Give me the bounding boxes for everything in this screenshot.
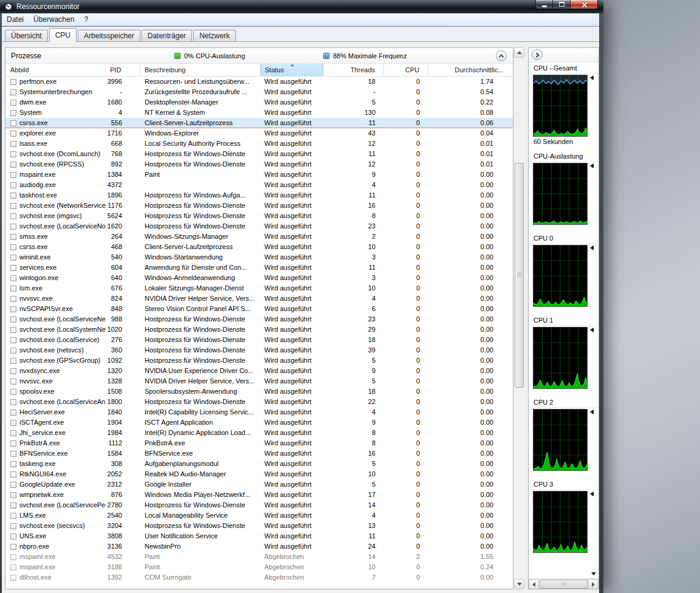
process-row-nvxdsync-exe-1320[interactable]: nvxdsync.exe1320NVIDIA User Experience D…: [5, 366, 513, 376]
scrollbar-thumb[interactable]: [515, 163, 524, 388]
collapse-processes-button[interactable]: [496, 50, 507, 61]
process-checkbox[interactable]: [10, 533, 16, 540]
process-row-taskeng-exe-308[interactable]: taskeng.exe308AufgabenplanungsmodulWird …: [5, 459, 513, 469]
process-checkbox[interactable]: [10, 430, 16, 436]
process-checkbox[interactable]: [10, 358, 16, 364]
process-checkbox[interactable]: [10, 79, 16, 85]
process-row-nvvsvc-exe-1328[interactable]: nvvsvc.exe1328NVIDIA Driver Helper Servi…: [5, 376, 513, 386]
process-row-svchost-exe-localservicepee-2780[interactable]: svchost.exe (LocalServicePee...2780Hostp…: [5, 500, 513, 510]
process-checkbox[interactable]: [10, 120, 16, 126]
process-row-system-4[interactable]: System4NT Kernel & SystemWird ausgeführt…: [5, 108, 513, 118]
process-checkbox[interactable]: [10, 451, 16, 457]
menu-item-help[interactable]: ?: [79, 13, 93, 26]
process-checkbox[interactable]: [10, 275, 16, 281]
process-row-wmpnetwk-exe-876[interactable]: wmpnetwk.exe876Windows Media Player-Netz…: [5, 490, 513, 500]
process-row-perfmon-exe-3996[interactable]: perfmon.exe3996Ressourcen- und Leistungs…: [5, 77, 513, 87]
menu-item-datei[interactable]: Datei: [2, 13, 29, 26]
process-checkbox[interactable]: [10, 317, 16, 323]
process-row-svchost-exe-localservicenet-988[interactable]: svchost.exe (LocalServiceNet...988Hostpr…: [5, 314, 513, 324]
process-checkbox[interactable]: [10, 286, 16, 292]
process-checkbox[interactable]: [10, 296, 16, 302]
process-checkbox[interactable]: [10, 440, 16, 447]
process-checkbox[interactable]: [10, 482, 16, 488]
process-row-nvvsvc-exe-824[interactable]: nvvsvc.exe824NVIDIA Driver Helper Servic…: [5, 293, 513, 304]
scroll-down-button[interactable]: [514, 579, 524, 589]
process-row-svchost-exe-imgsvc-5624[interactable]: svchost.exe (imgsvc)5624Hostprozess für …: [5, 211, 513, 221]
scroll-left-button[interactable]: [529, 579, 539, 589]
process-checkbox[interactable]: [10, 162, 16, 168]
process-checkbox[interactable]: [10, 544, 16, 550]
process-checkbox[interactable]: [10, 151, 16, 157]
process-row-dllhost-exe-1392[interactable]: dllhost.exe1392COM SurrogateAbgebrochen7…: [5, 572, 513, 583]
process-row-svchost-exe-rpcss-892[interactable]: svchost.exe (RPCSS)892Hostprozess für Wi…: [5, 159, 513, 170]
minimize-button[interactable]: [535, 0, 553, 9]
process-row-spoolsv-exe-1508[interactable]: spoolsv.exe1508Spoolersubsystem-Anwendun…: [5, 386, 513, 397]
process-checkbox[interactable]: [10, 379, 16, 385]
process-row-svchost-exe-localsystemnet-1020[interactable]: svchost.exe (LocalSystemNet...1020Hostpr…: [5, 324, 513, 335]
process-checkbox[interactable]: [10, 131, 16, 137]
process-checkbox[interactable]: [10, 141, 16, 147]
process-checkbox[interactable]: [10, 182, 16, 188]
process-checkbox[interactable]: [10, 203, 16, 209]
process-row-svchost-exe-netsvcs-360[interactable]: svchost.exe (netsvcs)360Hostprozess für …: [5, 345, 513, 355]
process-checkbox[interactable]: [10, 389, 16, 395]
horizontal-scrollbar-thumb[interactable]: [540, 580, 588, 589]
process-row-svchost-exe-dcomlaunch-768[interactable]: svchost.exe (DcomLaunch)768Hostprozess f…: [5, 149, 513, 159]
process-checkbox[interactable]: [10, 513, 16, 519]
column-header-threads[interactable]: Threads: [323, 64, 384, 76]
process-checkbox[interactable]: [10, 420, 16, 426]
process-checkbox[interactable]: [10, 110, 16, 116]
expand-views-button[interactable]: [532, 49, 543, 60]
process-row-jhi-service-exe-1984[interactable]: Jhi_service.exe1984Intel(R) Dynamic Appl…: [5, 428, 513, 438]
process-checkbox[interactable]: [10, 193, 16, 199]
process-checkbox[interactable]: [10, 564, 16, 571]
process-row-lsass-exe-668[interactable]: lsass.exe668Local Security Authority Pro…: [5, 139, 513, 149]
process-row-svchost-exe-localservice-276[interactable]: svchost.exe (LocalService)276Hostprozess…: [5, 335, 513, 345]
titlebar[interactable]: Ressourcenmonitor: [0, 0, 603, 13]
process-row-mspaint-exe-3188[interactable]: mspaint.exe3188PaintAbgebrochen1000.24: [5, 562, 513, 572]
process-checkbox[interactable]: [10, 265, 16, 271]
process-row-explorer-exe-1716[interactable]: explorer.exe1716Windows-ExplorerWird aus…: [5, 128, 513, 139]
process-checkbox[interactable]: [10, 213, 16, 219]
process-checkbox[interactable]: [10, 492, 16, 498]
process-checkbox[interactable]: [10, 399, 16, 405]
process-checkbox[interactable]: [10, 554, 16, 560]
process-row-csrss-exe-556[interactable]: csrss.exe556Client-Server-Laufzeitprozes…: [5, 118, 513, 128]
process-checkbox[interactable]: [10, 410, 16, 416]
process-checkbox[interactable]: [10, 502, 16, 509]
process-list-scrollbar[interactable]: [514, 47, 524, 589]
process-checkbox[interactable]: [10, 348, 16, 354]
process-checkbox[interactable]: [10, 337, 16, 343]
process-checkbox[interactable]: [10, 255, 16, 261]
process-row-csrss-exe-468[interactable]: csrss.exe468Client-Server-Laufzeitprozes…: [5, 242, 513, 252]
process-checkbox[interactable]: [10, 368, 16, 374]
process-checkbox[interactable]: [10, 523, 16, 529]
process-row-lms-exe-2540[interactable]: LMS.exe2540Local Manageability ServiceWi…: [5, 510, 513, 521]
process-row-wininit-exe-540[interactable]: wininit.exe540Windows-StartanwendungWird…: [5, 252, 513, 262]
process-checkbox[interactable]: [10, 461, 16, 467]
process-checkbox[interactable]: [10, 575, 16, 581]
process-row-svchost-exe-networkservice-1176[interactable]: svchost.exe (NetworkService)1176Hostproz…: [5, 201, 513, 211]
scroll-up-button[interactable]: [514, 47, 524, 58]
column-header-pid[interactable]: PID: [106, 64, 140, 76]
tab-arbeitsspeicher[interactable]: Arbeitsspeicher: [78, 30, 140, 41]
column-header-durchschnitt[interactable]: Durchschnittlic...: [428, 64, 513, 76]
process-checkbox[interactable]: [10, 234, 16, 240]
column-header-cpu[interactable]: CPU: [384, 64, 428, 76]
process-row-uns-exe-3808[interactable]: UNS.exe3808User Notification ServiceWird…: [5, 531, 513, 541]
process-checkbox[interactable]: [10, 100, 16, 106]
charts-scroll-down-icon[interactable]: [591, 572, 596, 575]
process-row-dwm-exe-1680[interactable]: dwm.exe1680Desktopfenster-ManagerWird au…: [5, 97, 513, 108]
process-checkbox[interactable]: [10, 471, 16, 478]
process-row-services-exe-604[interactable]: services.exe604Anwendung für Dienste und…: [5, 262, 513, 273]
process-row-svchost-exe-localservicean-1800[interactable]: svchost.exe (LocalServiceAn...1800Hostpr…: [5, 397, 513, 407]
tab-datentraeger[interactable]: Datenträger: [142, 30, 192, 41]
process-row-audiodg-exe-4372[interactable]: audiodg.exe4372Wird ausgeführt400.00: [5, 180, 513, 190]
process-row-svchost-exe-secsvcs-3204[interactable]: svchost.exe (secsvcs)3204Hostprozess für…: [5, 521, 513, 531]
process-checkbox[interactable]: [10, 172, 16, 178]
process-row-mspaint-exe-1384[interactable]: mspaint.exe1384PaintWird ausgeführt900.0…: [5, 170, 513, 180]
process-row-winlogon-exe-640[interactable]: winlogon.exe640Windows-AnmeldeanwendungW…: [5, 273, 513, 283]
process-row-svchost-exe-localserviceno-1620[interactable]: svchost.exe (LocalServiceNo...1620Hostpr…: [5, 221, 513, 231]
process-row-bfnservice-exe-1584[interactable]: BFNService.exe1584BFNService.exeWird aus…: [5, 448, 513, 459]
process-row-smss-exe-264[interactable]: smss.exe264Windows-Sitzungs-ManagerWird …: [5, 231, 513, 242]
